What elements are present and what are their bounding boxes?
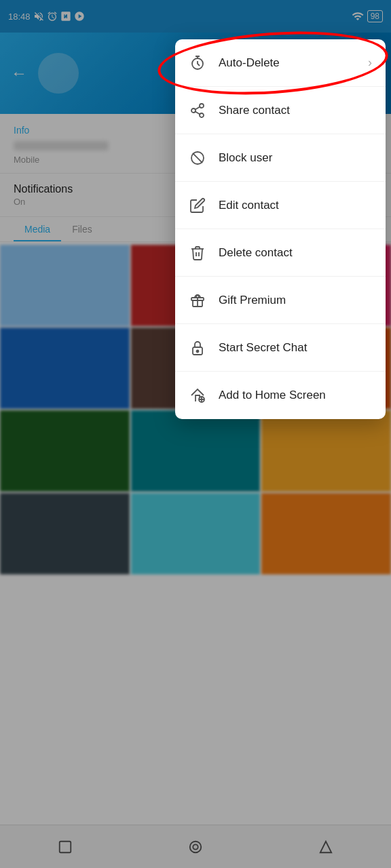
menu-label-add-home: Add to Home Screen — [219, 389, 326, 402]
svg-point-7 — [200, 113, 204, 117]
menu-item-block-user[interactable]: Block user — [175, 134, 386, 182]
menu-item-gift-premium[interactable]: Gift Premium — [175, 277, 386, 324]
svg-point-6 — [191, 108, 196, 113]
block-icon — [189, 149, 206, 167]
menu-label-share-contact: Share contact — [219, 104, 290, 117]
menu-item-auto-delete[interactable]: Auto-Delete› — [175, 39, 386, 87]
menu-item-secret-chat[interactable]: Start Secret Chat — [175, 324, 386, 372]
home-add-icon — [189, 387, 206, 404]
menu-item-edit-contact[interactable]: Edit contact — [175, 182, 386, 229]
context-menu: Auto-Delete›Share contactBlock userEdit … — [175, 39, 386, 419]
menu-label-edit-contact: Edit contact — [219, 199, 279, 212]
menu-label-auto-delete: Auto-Delete — [219, 56, 280, 70]
chevron-right-icon: › — [368, 56, 372, 70]
svg-point-15 — [197, 350, 199, 352]
timer-icon — [189, 54, 206, 72]
lock-icon — [189, 339, 206, 357]
menu-item-add-home[interactable]: Add to Home Screen — [175, 372, 386, 419]
svg-point-5 — [200, 104, 204, 108]
menu-label-delete-contact: Delete contact — [219, 246, 293, 260]
edit-icon — [189, 197, 206, 214]
menu-label-gift-premium: Gift Premium — [219, 294, 286, 307]
share-icon — [189, 102, 206, 119]
gift-icon — [189, 292, 206, 309]
svg-line-8 — [196, 111, 200, 114]
svg-line-11 — [193, 153, 202, 162]
menu-label-secret-chat: Start Secret Chat — [219, 341, 307, 355]
menu-item-delete-contact[interactable]: Delete contact — [175, 229, 386, 277]
menu-item-share-contact[interactable]: Share contact — [175, 87, 386, 134]
delete-icon — [189, 244, 206, 262]
menu-label-block-user: Block user — [219, 151, 272, 165]
svg-line-9 — [196, 106, 200, 109]
